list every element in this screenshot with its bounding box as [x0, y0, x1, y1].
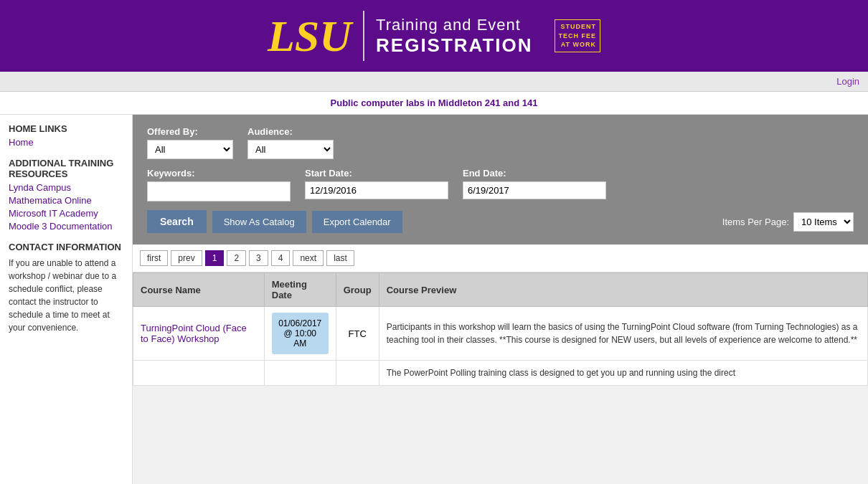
layout: HOME LINKS Home ADDITIONAL TRAINING RESO…: [0, 115, 868, 484]
results-table: Course Name Meeting Date Group Course Pr…: [133, 272, 868, 386]
search-panel: Offered By: All Audience: All Keywords:: [133, 115, 868, 245]
home-links-title: HOME LINKS: [9, 123, 123, 134]
header-badge: STUDENT TECH FEE AT WORK: [555, 19, 601, 52]
catalog-button[interactable]: Show As Catalog: [212, 211, 306, 233]
search-row-2: Keywords: Start Date: End Date:: [147, 168, 854, 201]
keywords-group: Keywords:: [147, 168, 291, 201]
pagination-next[interactable]: next: [293, 250, 324, 266]
header-divider: [363, 11, 364, 61]
audience-label: Audience:: [247, 126, 334, 137]
header-title-block: Training and Event REGISTRATION: [376, 16, 533, 57]
audience-group: Audience: All: [247, 126, 334, 159]
preview-cell-2: The PowerPoint Polling training class is…: [379, 361, 867, 386]
meeting-date-cell-2: [264, 361, 336, 386]
items-per-page-label: Items Per Page:: [722, 217, 789, 227]
offered-by-select[interactable]: All: [147, 140, 233, 159]
pagination-page-3[interactable]: 3: [249, 250, 268, 266]
export-button[interactable]: Export Calendar: [312, 211, 402, 233]
header-logo: LSU Training and Event REGISTRATION STUD…: [268, 11, 600, 61]
navbar: Login: [0, 72, 868, 92]
contact-text: If you are unable to attend a workshop /…: [9, 257, 123, 334]
start-date-label: Start Date:: [305, 168, 448, 179]
audience-select[interactable]: All: [247, 140, 334, 159]
col-group: Group: [336, 273, 379, 307]
col-preview: Course Preview: [379, 273, 867, 307]
search-button[interactable]: Search: [147, 210, 207, 233]
course-name-cell-2: [133, 361, 265, 386]
sidebar: HOME LINKS Home ADDITIONAL TRAINING RESO…: [0, 115, 133, 484]
contact-title: CONTACT INFORMATION: [9, 242, 123, 252]
header-title-top: Training and Event: [376, 16, 533, 34]
sidebar-microsoft-link[interactable]: Microsoft IT Academy: [9, 208, 123, 219]
pagination-last[interactable]: last: [326, 250, 354, 266]
keywords-label: Keywords:: [147, 168, 291, 179]
end-date-label: End Date:: [463, 168, 606, 179]
end-date-input[interactable]: [463, 181, 606, 199]
col-meeting-date: Meeting Date: [264, 273, 336, 307]
lsu-logo: LSU: [268, 14, 352, 58]
course-preview-text: Participants in this workshop will learn…: [387, 321, 860, 346]
meeting-date-badge: 01/06/2017 @ 10:00 AM: [272, 313, 329, 354]
pagination-prev[interactable]: prev: [171, 250, 202, 266]
login-link[interactable]: Login: [836, 76, 859, 87]
pagination-page-1[interactable]: 1: [205, 250, 225, 266]
pagination-page-4[interactable]: 4: [271, 250, 291, 266]
items-per-page-group: Items Per Page: 10 Items 25 Items 50 Ite…: [722, 212, 854, 232]
pagination-first[interactable]: first: [140, 250, 168, 266]
sidebar-home-link[interactable]: Home: [9, 137, 123, 148]
col-course-name: Course Name: [133, 273, 265, 307]
pagination-page-2[interactable]: 2: [227, 250, 246, 266]
start-date-group: Start Date:: [305, 168, 448, 199]
sidebar-mathematica-link[interactable]: Mathematica Online: [9, 195, 123, 206]
group-cell-2: [336, 361, 379, 386]
badge-text: STUDENT TECH FEE AT WORK: [555, 19, 601, 52]
table-row: TurningPoint Cloud (Face to Face) Worksh…: [133, 307, 868, 361]
search-actions: Search Show As Catalog Export Calendar I…: [147, 210, 854, 233]
meeting-date-line2: @ 10:00 AM: [283, 328, 316, 348]
announcement: Public computer labs in Middleton 241 an…: [0, 92, 868, 115]
items-per-page-select[interactable]: 10 Items 25 Items 50 Items: [793, 212, 854, 232]
end-date-group: End Date:: [463, 168, 606, 199]
table-row: The PowerPoint Polling training class is…: [133, 361, 868, 386]
course-preview-text-2: The PowerPoint Polling training class is…: [387, 366, 860, 379]
sidebar-lynda-link[interactable]: Lynda Campus: [9, 182, 123, 193]
header-title-bottom: REGISTRATION: [376, 34, 533, 57]
keywords-input[interactable]: [147, 181, 291, 201]
offered-by-label: Offered By:: [147, 126, 233, 137]
sidebar-moodle-link[interactable]: Moodle 3 Documentation: [9, 221, 123, 232]
meeting-date-cell: 01/06/2017 @ 10:00 AM: [264, 307, 336, 361]
course-name-cell: TurningPoint Cloud (Face to Face) Worksh…: [133, 307, 265, 361]
preview-cell: Participants in this workshop will learn…: [379, 307, 867, 361]
header: LSU Training and Event REGISTRATION STUD…: [0, 0, 868, 72]
table-header-row: Course Name Meeting Date Group Course Pr…: [133, 273, 868, 307]
start-date-input[interactable]: [305, 181, 448, 199]
additional-training-title: ADDITIONAL TRAINING RESOURCES: [9, 158, 123, 179]
meeting-date-line1: 01/06/2017: [278, 318, 321, 328]
search-row-1: Offered By: All Audience: All: [147, 126, 854, 159]
main-content: Offered By: All Audience: All Keywords:: [133, 115, 868, 484]
group-cell: FTC: [336, 307, 379, 361]
course-link[interactable]: TurningPoint Cloud (Face to Face) Worksh…: [141, 323, 247, 344]
pagination: first prev 1 2 3 4 next last: [133, 245, 868, 272]
offered-by-group: Offered By: All: [147, 126, 233, 159]
